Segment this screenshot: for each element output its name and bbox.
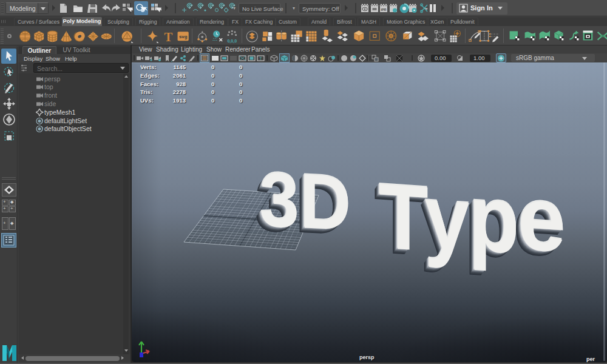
svg-text:e: e <box>518 166 566 271</box>
svg-text:3: 3 <box>260 156 299 244</box>
svg-text:T: T <box>259 56 262 61</box>
svg-text:IPR: IPR <box>381 8 386 12</box>
svg-text:T: T <box>164 30 172 44</box>
svg-text:y: y <box>425 166 469 271</box>
svg-text:0,0,0: 0,0,0 <box>227 39 237 44</box>
svg-text:p: p <box>469 164 520 274</box>
svg-text:D: D <box>300 158 351 247</box>
svg-text:svg: svg <box>179 34 188 39</box>
